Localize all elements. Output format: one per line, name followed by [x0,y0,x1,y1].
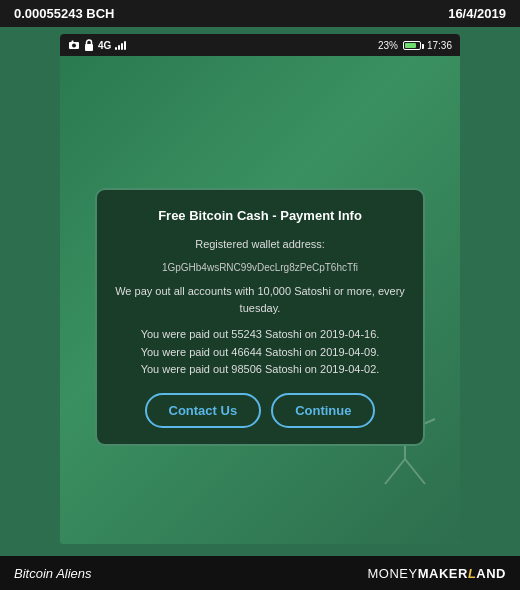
svg-rect-3 [85,44,93,51]
time-display: 17:36 [427,40,452,51]
footer-money: M [368,566,379,581]
payment-note: We pay out all accounts with 10,000 Sato… [115,283,405,316]
modal-buttons: Contact Us Continue [115,393,405,428]
camera-icon [68,39,80,51]
status-left-icons: 4G [68,39,126,51]
modal-overlay: Free Bitcoin Cash - Payment Info Registe… [60,90,460,544]
payment-history-item-3: You were paid out 98506 Satoshi on 2019-… [115,361,405,379]
modal-title: Free Bitcoin Cash - Payment Info [115,206,405,226]
contact-us-button[interactable]: Contact Us [145,393,262,428]
phone-screen: 4G 23% 17:36 BCH: 0117556 Satoshi [60,34,460,544]
battery-percent: 23% [378,40,398,51]
footer-right-text: MONEYMAKERLAND [368,566,507,581]
network-label: 4G [98,40,111,51]
status-right: 23% 17:36 [378,40,452,51]
svg-rect-2 [72,41,74,43]
balance-display: 0.00055243 BCH [14,6,114,21]
signal-bars [115,40,126,50]
top-bar: 0.00055243 BCH 16/4/2019 [0,0,520,27]
footer-left-text: Bitcoin Aliens [14,566,92,581]
continue-button[interactable]: Continue [271,393,375,428]
footer: Bitcoin Aliens MONEYMAKERLAND [0,556,520,590]
svg-point-1 [72,44,76,48]
payment-history-item-1: You were paid out 55243 Satoshi on 2019-… [115,326,405,344]
payment-info-modal: Free Bitcoin Cash - Payment Info Registe… [95,188,425,446]
wallet-address: 1GpGHb4wsRNC99vDecLrg8zPeCpT6hcTfi [115,260,405,275]
lock-icon [84,39,94,51]
registered-label: Registered wallet address: [115,236,405,253]
payment-history: You were paid out 55243 Satoshi on 2019-… [115,326,405,379]
battery-icon [403,41,421,50]
date-display: 16/4/2019 [448,6,506,21]
status-bar: 4G 23% 17:36 [60,34,460,56]
payment-history-item-2: You were paid out 46644 Satoshi on 2019-… [115,344,405,362]
